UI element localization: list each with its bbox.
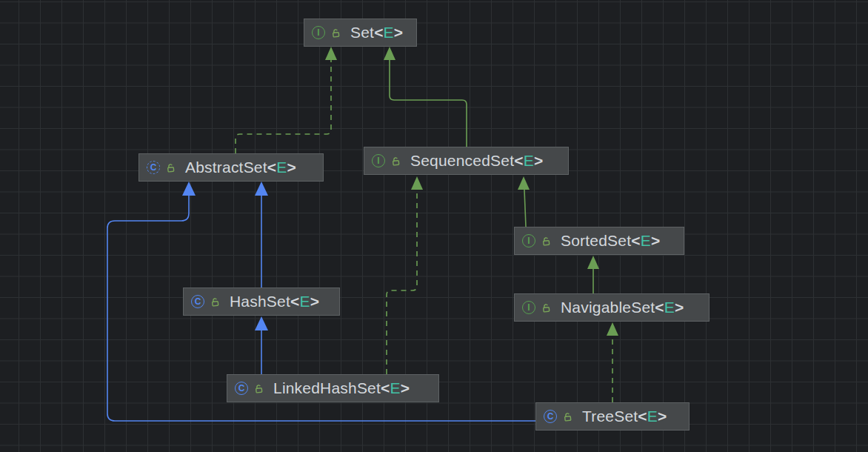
unlock-icon [253, 382, 264, 393]
node-hashset[interactable]: C HashSet<E> [183, 288, 340, 316]
unlock-icon [165, 162, 176, 173]
node-label: TreeSet<E> [582, 408, 667, 425]
arrowhead [255, 182, 268, 196]
class-icon: C [191, 295, 204, 308]
node-treeset[interactable]: C TreeSet<E> [535, 402, 690, 431]
arrowhead [182, 182, 196, 196]
node-linkedhashset[interactable]: C LinkedHashSet<E> [227, 374, 439, 402]
node-label: SequencedSet<E> [410, 152, 543, 170]
node-set[interactable]: I Set<E> [304, 19, 417, 47]
node-label: SortedSet<E> [561, 232, 660, 250]
arrowhead [411, 176, 423, 190]
diagram-canvas[interactable]: I Set<E> C AbstractSet<E> I SequencedSet… [0, 0, 868, 452]
arrowhead [255, 316, 268, 330]
edge-abstractset-implements-set [236, 59, 331, 153]
edge-sortedset-extends-sequencedset [524, 190, 526, 227]
node-label: Set<E> [350, 24, 403, 41]
unlock-icon [390, 155, 401, 166]
edge-linkedhashset-implements-sequencedset [387, 190, 417, 374]
abstract-class-icon: C [147, 161, 160, 174]
arrowhead [384, 47, 395, 60]
node-abstractset[interactable]: C AbstractSet<E> [138, 153, 324, 182]
arrowhead [518, 176, 530, 190]
node-sequencedset[interactable]: I SequencedSet<E> [364, 147, 569, 175]
node-sortedset[interactable]: I SortedSet<E> [514, 227, 684, 255]
arrowhead [607, 322, 618, 336]
unlock-icon [210, 296, 220, 307]
interface-icon: I [372, 154, 385, 167]
node-navigableset[interactable]: I NavigableSet<E> [514, 293, 710, 322]
node-label: AbstractSet<E> [185, 159, 296, 176]
unlock-icon [562, 411, 572, 422]
node-label: LinkedHashSet<E> [273, 379, 410, 397]
class-icon: C [544, 410, 557, 423]
unlock-icon [541, 235, 551, 246]
unlock-icon [330, 27, 341, 38]
arrowhead [587, 256, 599, 269]
interface-icon: I [522, 301, 535, 314]
unlock-icon [541, 302, 551, 313]
edge-sequencedset-extends-set [390, 59, 467, 147]
arrowhead [325, 47, 337, 60]
interface-icon: I [522, 234, 535, 247]
node-label: NavigableSet<E> [561, 299, 684, 316]
class-icon: C [235, 382, 248, 395]
node-label: HashSet<E> [230, 293, 319, 310]
interface-icon: I [312, 26, 325, 39]
